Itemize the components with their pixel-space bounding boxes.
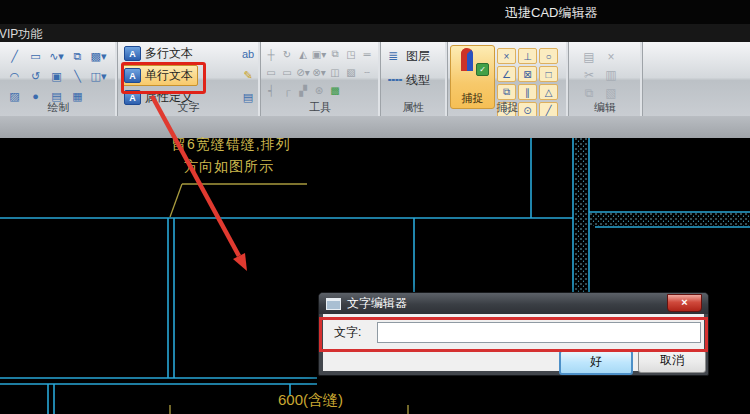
group-properties: ≣ 图层 ╍╍ 线型 属性	[380, 42, 448, 116]
snap-intersection-icon[interactable]: ×	[497, 48, 516, 64]
cad-dimension-text: 600(含缝)	[278, 391, 343, 410]
group-edit: ▤×✂▥⧉▧ 编辑	[568, 42, 643, 116]
group-tools-label: 工具	[260, 100, 380, 115]
mirror-icon[interactable]: ◭	[296, 46, 310, 62]
trim-icon[interactable]: ⊗▾	[312, 64, 326, 80]
chamfer-icon[interactable]: ▞	[296, 82, 310, 98]
snap-perpendicular-icon[interactable]: ⊥	[518, 48, 537, 64]
toolbar-spacer-band	[0, 116, 750, 139]
dialog-close-button[interactable]: ×	[667, 294, 702, 312]
title-bar: 迅捷CAD编辑器	[0, 0, 750, 24]
snap-insertion-icon[interactable]: ⧉	[497, 84, 516, 100]
scale-icon[interactable]: ◫	[328, 64, 342, 80]
cad-note-line1: 留6宽缝错缝,排列	[172, 136, 291, 154]
arc-icon[interactable]: ◠	[5, 67, 24, 85]
construction-line-icon[interactable]: ╲	[68, 67, 87, 85]
group-draw-label: 绘制	[0, 100, 117, 115]
snap-midpoint-icon[interactable]: △	[539, 84, 558, 100]
rotate-icon[interactable]: ↻	[280, 46, 294, 62]
boundary-hatch-icon[interactable]: ▩▾	[89, 47, 108, 65]
array-icon[interactable]: ▣▾	[312, 46, 326, 62]
highlight-box-text-field	[319, 317, 708, 352]
insert-block-icon[interactable]: ▣	[47, 67, 66, 85]
cut-icon[interactable]: ✂	[579, 67, 599, 83]
extend-icon[interactable]: ┥	[264, 82, 278, 98]
check-icon: ✓	[476, 63, 489, 76]
break-icon[interactable]: ⊘▾	[296, 64, 310, 80]
paste-icon[interactable]: ▤	[579, 49, 599, 65]
group-text-label: 文字	[117, 100, 260, 115]
offset-icon[interactable]: ▭	[280, 64, 294, 80]
wall-hatch-vertical	[574, 138, 588, 292]
copy-object-icon[interactable]: ◫▾	[89, 67, 108, 85]
align-icon[interactable]: ═	[360, 46, 374, 62]
edit-icon-grid: ▤×✂▥⧉▧	[568, 42, 638, 102]
tools-icon-grid: ┼↻◭▣▾⧉◳═▭▭⊘▾⊗▾◫▧┄┥┌▞⊛▩	[260, 42, 379, 99]
group-text: A 多行文本 ab A 单行文本 ✎ A 属性定义 ▤ 文字	[117, 42, 261, 116]
copy-icon[interactable]: ⧉	[579, 85, 599, 101]
delete-icon[interactable]: ×	[601, 49, 621, 65]
lengthen-icon[interactable]: ┄	[360, 64, 374, 80]
cad-note-line2: 方向如图所示	[184, 158, 274, 176]
wall-hatch-horizontal	[590, 213, 750, 226]
group-snap-label: 捕捉	[447, 100, 568, 115]
linetype-icon: ╍╍	[388, 73, 406, 87]
group-draw: ╱▭∿▾⧉▩▾◠↺▣╲◫▾▨●▤▦ 绘制	[0, 42, 118, 116]
ribbon-tab-row: VIP功能	[0, 24, 750, 42]
ok-button[interactable]: 好	[559, 350, 633, 375]
snap-center-icon[interactable]: ○	[539, 48, 558, 64]
move-icon[interactable]: ┼	[264, 46, 278, 62]
ribbon: ╱▭∿▾⧉▩▾◠↺▣╲◫▾▨●▤▦ 绘制 A 多行文本 ab A 单行文本 ✎	[0, 42, 750, 116]
app-window: 迅捷CAD编辑器 VIP功能 ╱▭∿▾⧉▩▾◠↺▣╲◫▾▨●▤▦ 绘制 A 多行…	[0, 0, 750, 414]
window-title: 迅捷CAD编辑器	[505, 4, 597, 22]
singleline-text-button[interactable]: A 单行文本 ✎	[121, 65, 257, 86]
cancel-button[interactable]: 取消	[638, 350, 706, 373]
group-snap: ✓ 捕捉 ×⊥○∠⊠□⧉∥△◇⊙╱ 捕捉	[447, 42, 569, 116]
edit-block-icon[interactable]: ▧	[601, 85, 621, 101]
dialog-window-icon	[326, 298, 341, 310]
region-icon[interactable]: ⧉	[68, 47, 87, 65]
dialog-title-bar[interactable]: 文字编辑器	[319, 293, 708, 314]
group-edit-label: 编辑	[568, 100, 642, 115]
line-icon[interactable]: ╱	[5, 47, 24, 65]
explode-icon[interactable]: ▧	[344, 64, 358, 80]
paste-special-icon[interactable]: ▥	[601, 67, 621, 83]
text-a-icon: A	[124, 46, 141, 61]
text-style-icon[interactable]: ab	[239, 48, 257, 60]
stretch-icon[interactable]: ◳	[344, 46, 358, 62]
snap-apparent-intersection-icon[interactable]: ⊠	[518, 66, 537, 82]
group-properties-label: 属性	[380, 100, 447, 115]
text-editor-dialog: 文字编辑器 × 文字: 好 取消	[318, 292, 709, 376]
leader-line	[170, 184, 307, 217]
snap-parallel-icon[interactable]: ∥	[518, 84, 537, 100]
polyline-icon[interactable]: ∿▾	[47, 47, 66, 65]
match-properties-icon[interactable]: ▩	[328, 82, 342, 98]
revision-cloud-icon[interactable]: ↺	[26, 67, 45, 85]
dialog-title: 文字编辑器	[347, 295, 407, 312]
text-a-icon: A	[124, 68, 141, 83]
snap-angle-icon[interactable]: ∠	[497, 66, 516, 82]
multiline-text-button[interactable]: A 多行文本 ab	[121, 43, 257, 64]
snap-endpoint-icon[interactable]: □	[539, 66, 558, 82]
copy-nested-icon[interactable]: ⧉	[328, 46, 342, 62]
erase-icon[interactable]: ▭	[264, 64, 278, 80]
linetype-button[interactable]: ╍╍ 线型	[388, 70, 447, 90]
draw-icon-grid: ╱▭∿▾⧉▩▾◠↺▣╲◫▾▨●▤▦	[0, 42, 116, 106]
layer-button[interactable]: ≣ 图层	[388, 46, 447, 66]
rectangle-icon[interactable]: ▭	[26, 47, 45, 65]
magnet-icon: ✓	[461, 54, 485, 72]
fillet-icon[interactable]: ┌	[280, 82, 294, 98]
group-tools: ┼↻◭▣▾⧉◳═▭▭⊘▾⊗▾◫▧┄┥┌▞⊛▩ 工具	[260, 42, 381, 116]
edit-text-icon[interactable]: ✎	[239, 69, 257, 82]
layers-icon: ≣	[388, 49, 406, 63]
polyline-edit-icon[interactable]: ⊛	[312, 82, 326, 98]
